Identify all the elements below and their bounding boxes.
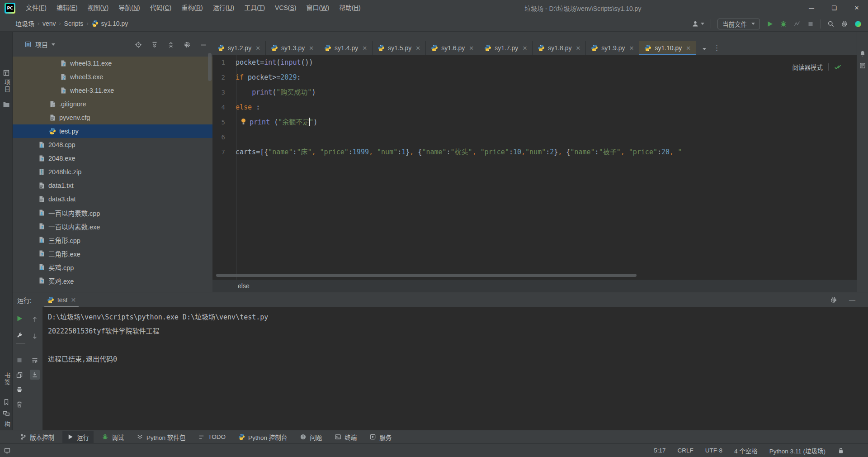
tree-item-2048.exe[interactable]: ?2048.exe	[13, 152, 212, 165]
editor-tab-sy1.8.py[interactable]: sy1.8.py✕	[533, 41, 586, 55]
toolwindow-button-终端[interactable]: 终端	[330, 431, 361, 443]
toolwindow-button-问题[interactable]: 问题	[295, 431, 326, 443]
tree-item-三角形.cpp[interactable]: 三角形.cpp	[13, 233, 212, 247]
user-account-button[interactable]	[692, 20, 704, 28]
tab-close-icon[interactable]: ✕	[469, 45, 474, 52]
notifications-bell-icon[interactable]	[859, 49, 866, 57]
tab-close-icon[interactable]: ✕	[362, 45, 367, 52]
project-tool-icon[interactable]	[3, 68, 10, 76]
tab-close-icon[interactable]: ✕	[309, 45, 314, 52]
breadcrumb-item[interactable]: sy1.10.py	[91, 20, 128, 27]
tree-item-一百以内素数.cpp[interactable]: 一百以内素数.cpp	[13, 206, 212, 219]
run-hide-button[interactable]: —	[849, 296, 855, 304]
run-restore-button[interactable]	[14, 370, 24, 380]
stripe-bookmarks-label[interactable]: 书签	[3, 372, 11, 386]
settings-button[interactable]	[841, 20, 848, 28]
maximize-button[interactable]: ❏	[823, 0, 845, 16]
bookmark-icon[interactable]	[3, 398, 10, 406]
status-encoding[interactable]: UTF-8	[705, 447, 722, 454]
profiler-button[interactable]	[793, 20, 801, 28]
status-interpreter[interactable]: Python 3.11 (垃圾场)	[769, 446, 826, 455]
tree-item-买鸡.exe[interactable]: ?买鸡.exe	[13, 274, 212, 287]
tree-item-test.py[interactable]: test.py	[13, 124, 212, 138]
project-gear-button[interactable]	[184, 40, 191, 48]
run-stop-button[interactable]	[14, 355, 24, 365]
reader-mode-widget[interactable]: 阅读器模式	[793, 62, 842, 71]
tree-item-wheel3.11.exe[interactable]: ?wheel3.11.exe	[13, 57, 212, 70]
tree-item-pyvenv.cfg[interactable]: pyvenv.cfg	[13, 111, 212, 124]
tab-close-icon[interactable]: ✕	[522, 45, 527, 52]
tab-close-icon[interactable]: ✕	[255, 45, 260, 52]
ide-promo-button[interactable]	[854, 20, 862, 28]
console-scrollend-button[interactable]	[30, 370, 40, 380]
toolwindow-button-TODO[interactable]: TODO	[193, 431, 230, 443]
monitors-icon[interactable]	[3, 409, 10, 417]
layout-icon[interactable]	[4, 447, 11, 454]
intention-bulb-icon[interactable]	[240, 116, 247, 131]
tree-item-data3.dat[interactable]: data3.dat	[13, 192, 212, 206]
run-console-output[interactable]: D:\垃圾场\venv\Scripts\python.exe D:\垃圾场\ve…	[42, 307, 868, 430]
console-softwrap-button[interactable]	[30, 355, 40, 365]
tree-item-一百以内素数.exe[interactable]: ?一百以内素数.exe	[13, 219, 212, 233]
run-printer-button[interactable]	[14, 385, 24, 395]
tree-item-买鸡.cpp[interactable]: 买鸡.cpp	[13, 260, 212, 274]
editor-tab-sy1.7.py[interactable]: sy1.7.py✕	[479, 41, 533, 55]
toolwindow-button-版本控制[interactable]: 版本控制	[15, 431, 59, 443]
editor-tab-sy1.2.py[interactable]: sy1.2.py✕	[212, 41, 266, 55]
project-view-selector[interactable]: 项目	[24, 40, 55, 49]
tree-item-.gitignore[interactable]: .gitignore	[13, 97, 212, 111]
project-locate-button[interactable]	[135, 40, 142, 48]
run-wrench-button[interactable]	[14, 330, 24, 340]
tree-scrollbar[interactable]	[208, 53, 212, 81]
tree-item-data1.txt[interactable]: data1.txt	[13, 179, 212, 192]
readonly-lock-button[interactable]	[837, 447, 844, 454]
menu-运行[interactable]: 运行(U)	[208, 0, 239, 16]
debug-button[interactable]	[780, 20, 787, 28]
run-play-button[interactable]	[14, 314, 24, 324]
tab-close-icon[interactable]: ✕	[415, 45, 420, 52]
hidden-tabs-button[interactable]	[703, 44, 706, 52]
run-settings-button[interactable]	[830, 296, 837, 304]
breadcrumb-item[interactable]: venv	[42, 20, 56, 27]
editor-tab-sy1.6.py[interactable]: sy1.6.py✕	[426, 41, 479, 55]
tree-item-wheel-3.11.exe[interactable]: ?wheel-3.11.exe	[13, 84, 212, 97]
tree-item-三角形.exe[interactable]: ?三角形.exe	[13, 247, 212, 260]
minimize-button[interactable]: —	[800, 0, 823, 16]
tab-close-icon[interactable]: ✕	[686, 45, 691, 52]
toolwindow-button-调试[interactable]: 调试	[97, 431, 128, 443]
menu-帮助[interactable]: 帮助(H)	[334, 0, 365, 16]
menu-窗口[interactable]: 窗口(W)	[302, 0, 335, 16]
breadcrumb-item[interactable]: Scripts	[64, 20, 84, 27]
breadcrumb-item[interactable]: 垃圾场	[15, 19, 34, 28]
tab-close-icon[interactable]: ✕	[576, 45, 580, 52]
stop-button[interactable]	[807, 20, 814, 28]
editor-breadcrumb-bar[interactable]: else	[212, 280, 857, 292]
menu-重构[interactable]: 重构(R)	[176, 0, 208, 16]
search-everywhere-button[interactable]	[827, 20, 835, 28]
editor-tab-sy1.3.py[interactable]: sy1.3.py✕	[266, 41, 319, 55]
tree-item-2048.cpp[interactable]: 2048.cpp	[13, 138, 212, 152]
tree-item-wheel3.exe[interactable]: ?wheel3.exe	[13, 70, 212, 84]
run-tab-close-icon[interactable]: ✕	[71, 296, 76, 304]
status-caret-position[interactable]: 5:17	[654, 447, 665, 454]
project-expand-all-button[interactable]	[151, 40, 158, 48]
status-indent[interactable]: 4 个空格	[734, 446, 758, 455]
stripe-project-label[interactable]: 项目	[3, 79, 11, 93]
project-collapse-all-button[interactable]	[167, 40, 175, 48]
run-button[interactable]	[766, 20, 774, 28]
menu-代码[interactable]: 代码(C)	[145, 0, 176, 16]
menu-VCS[interactable]: VCS(S)	[270, 0, 301, 16]
run-configuration-select[interactable]: 当前文件	[717, 19, 760, 29]
run-tab-test[interactable]: test ✕	[44, 292, 79, 307]
toolwindow-button-Python 控制台[interactable]: Python 控制台	[234, 431, 292, 443]
editor-hscrollbar[interactable]	[216, 274, 849, 277]
project-minimize-button[interactable]	[200, 40, 207, 48]
menu-编辑[interactable]: 编辑(E)	[52, 0, 83, 16]
editor-tab-sy1.10.py[interactable]: sy1.10.py✕	[639, 41, 696, 55]
menu-工具[interactable]: 工具(T)	[239, 0, 270, 16]
editor-tab-sy1.5.py[interactable]: sy1.5.py✕	[373, 41, 426, 55]
folder-icon[interactable]	[3, 100, 10, 108]
toolwindow-button-Python 软件包[interactable]: Python 软件包	[132, 431, 190, 443]
editor-tab-sy1.9.py[interactable]: sy1.9.py✕	[586, 41, 639, 55]
status-line-ending[interactable]: CRLF	[677, 447, 693, 454]
